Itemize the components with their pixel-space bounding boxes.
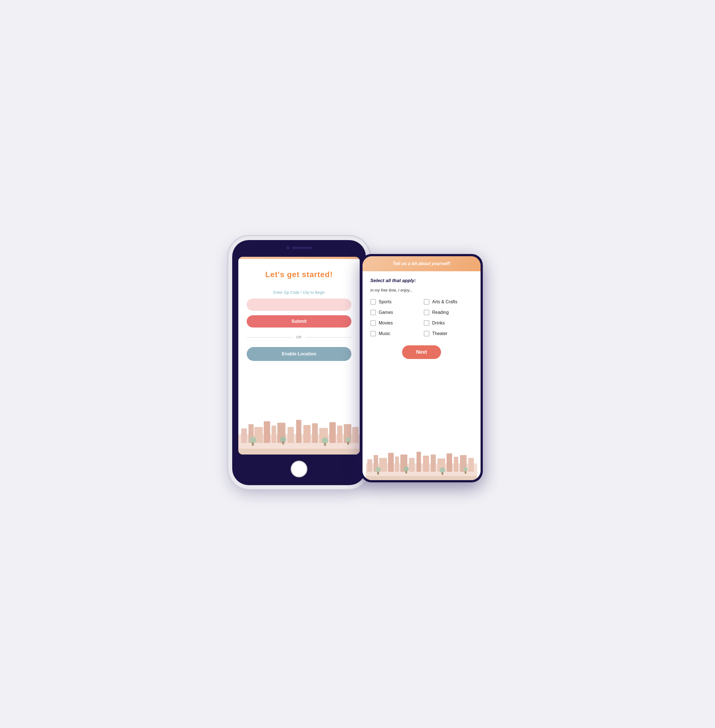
label-games: Games (379, 310, 393, 315)
enable-location-button[interactable]: Enable Location (247, 347, 351, 361)
svg-rect-29 (388, 453, 394, 472)
or-text: OR (296, 335, 302, 339)
svg-rect-49 (366, 476, 477, 480)
screen2-desc: In my free time, I enjoy... (370, 288, 473, 292)
svg-rect-7 (287, 427, 294, 443)
svg-rect-23 (347, 442, 349, 444)
zip-input[interactable] (247, 299, 351, 311)
svg-rect-46 (442, 472, 443, 475)
scene: Let's get started! Enter Zip Code / City… (232, 232, 483, 496)
checkbox-drinks[interactable] (424, 320, 429, 326)
submit-button[interactable]: Submit (247, 315, 351, 328)
svg-point-22 (345, 437, 351, 443)
city-illustration-1 (238, 417, 360, 455)
svg-rect-42 (377, 472, 379, 474)
checkbox-theater[interactable] (424, 331, 429, 337)
label-arts-crafts: Arts & Crafts (432, 299, 457, 304)
svg-rect-48 (465, 471, 466, 474)
label-movies: Movies (379, 320, 393, 326)
camera-icon (286, 246, 290, 249)
svg-rect-19 (282, 441, 284, 444)
interest-item-reading[interactable]: Reading (424, 310, 473, 315)
checkbox-arts-crafts[interactable] (424, 299, 429, 305)
svg-rect-44 (406, 471, 407, 473)
interests-grid: Sports Arts & Crafts Games (370, 299, 473, 337)
interest-item-sports[interactable]: Sports (370, 299, 419, 305)
svg-rect-37 (446, 453, 452, 472)
svg-point-47 (463, 467, 468, 471)
label-sports: Sports (379, 299, 391, 304)
svg-rect-21 (324, 443, 326, 446)
label-music: Music (379, 331, 390, 336)
svg-rect-33 (416, 452, 421, 472)
svg-point-45 (440, 467, 445, 473)
svg-rect-15 (352, 427, 359, 443)
interest-item-music[interactable]: Music (370, 331, 419, 337)
svg-rect-24 (238, 449, 360, 455)
svg-rect-12 (329, 422, 336, 443)
home-button[interactable] (291, 461, 308, 477)
svg-rect-5 (272, 426, 276, 443)
or-line-left (247, 337, 293, 338)
screen2-body: Select all that apply: In my free time, … (362, 271, 481, 480)
svg-rect-38 (454, 457, 458, 472)
label-theater: Theater (432, 331, 447, 336)
svg-point-41 (375, 467, 381, 472)
interest-item-drinks[interactable]: Drinks (424, 320, 473, 326)
svg-rect-1 (241, 429, 247, 443)
interest-item-games[interactable]: Games (370, 310, 419, 315)
phone1-device: Let's get started! Enter Zip Code / City… (232, 240, 366, 485)
or-divider: OR (247, 335, 351, 339)
svg-rect-9 (303, 425, 311, 443)
interest-item-movies[interactable]: Movies (370, 320, 419, 326)
screen1-title: Let's get started! (265, 270, 333, 279)
svg-rect-10 (312, 423, 318, 443)
phone2-device: Tell us a bit about yourself! Select all… (360, 254, 483, 482)
checkbox-movies[interactable] (370, 320, 376, 326)
checkbox-sports[interactable] (370, 299, 376, 305)
or-line-right (305, 337, 351, 338)
speaker-icon (293, 247, 312, 249)
screen2-header: Tell us a bit about yourself! (362, 256, 481, 271)
svg-rect-8 (296, 420, 302, 443)
interest-item-theater[interactable]: Theater (424, 331, 473, 337)
svg-point-20 (322, 438, 328, 444)
svg-rect-30 (395, 456, 399, 472)
city-illustration-2 (362, 450, 481, 480)
svg-rect-40 (468, 458, 474, 472)
label-reading: Reading (432, 310, 449, 315)
screen1-header-bar (238, 257, 360, 259)
phone1-screen: Let's get started! Enter Zip Code / City… (238, 257, 360, 455)
checkbox-games[interactable] (370, 310, 376, 315)
svg-point-43 (404, 467, 409, 471)
svg-rect-32 (409, 458, 415, 472)
svg-rect-34 (423, 456, 429, 472)
svg-rect-13 (337, 426, 342, 443)
interest-item-arts-crafts[interactable]: Arts & Crafts (424, 299, 473, 305)
phone1-topbar (286, 246, 312, 249)
zip-label: Enter Zip Code / City to Begin (273, 290, 325, 295)
screen2-subtitle: Select all that apply: (370, 278, 473, 284)
svg-rect-17 (252, 442, 253, 446)
checkbox-reading[interactable] (424, 310, 429, 315)
screen2-header-text: Tell us a bit about yourself! (392, 261, 450, 266)
svg-rect-4 (264, 421, 270, 443)
label-drinks: Drinks (432, 320, 445, 326)
svg-rect-35 (431, 455, 436, 472)
checkbox-music[interactable] (370, 331, 376, 337)
svg-rect-26 (367, 459, 372, 472)
next-button[interactable]: Next (402, 345, 441, 359)
phone2-screen: Tell us a bit about yourself! Select all… (362, 256, 481, 480)
